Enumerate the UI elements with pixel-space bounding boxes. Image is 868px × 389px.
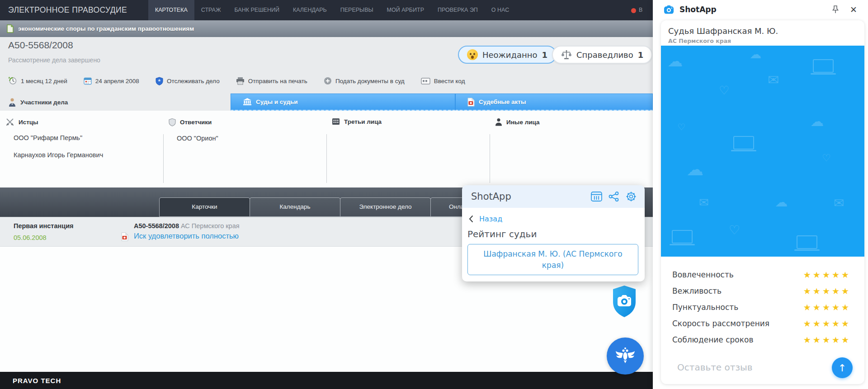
shotapp-panel: ShotApp ✕ Судья Шафранская М. Ю. АС Перм… [653,0,868,389]
column-third-parties: Третьи лица [326,111,490,187]
column-title: Истцы [19,119,38,126]
participant-name[interactable]: Карнаухов Игорь Германович [14,151,163,159]
table-columns-icon[interactable] [591,192,602,202]
track-case-label: Отслеживать дело [167,78,220,84]
scales-icon [561,50,572,60]
reaction-fair-button[interactable]: Справедливо 1 [552,46,652,64]
cloud-doodle-icon [750,47,761,61]
instance-case-number: А50-5568/2008 [134,222,179,230]
tab-courts[interactable]: Суды и судьи [231,94,455,111]
popup-header: ShotApp [462,185,645,208]
double-eagle-icon [615,346,636,366]
column-other-persons: Иные лица [490,111,653,187]
case-category-label: экономические споры по гражданским право… [18,25,194,32]
submit-documents-label: Подать документы в суд [335,78,405,84]
nav-menu-item[interactable]: ПРОВЕРКА ЭП [431,0,485,20]
pdf-icon[interactable] [121,232,128,241]
site-logo[interactable]: ЭЛЕКТРОННОЕ ПРАВОСУДИЕ [8,0,127,20]
nav-menu-item[interactable]: КАЛЕНДАРЬ [286,0,334,20]
participant-name[interactable]: ООО "Орион" [177,135,326,142]
case-view-tab[interactable]: Календарь [250,197,340,217]
track-case-button[interactable]: Отслеживать дело [156,77,220,85]
rating-stars[interactable]: ★★★★★ [803,319,851,328]
decision-link[interactable]: Иск удовлетворить полностью [134,232,239,240]
rating-label: Вежливость [672,286,722,295]
shield-gray-icon [169,118,176,127]
judge-card: Судья Шафранская М. Ю. АС Пермского края [661,20,864,384]
heart-doodle-icon [719,84,729,97]
reaction-count: 1 [638,50,644,60]
close-icon[interactable]: ✕ [850,5,857,14]
case-view-tab[interactable]: Карточки [159,197,250,217]
footer-logo[interactable]: PRAVO TECH [13,377,61,384]
pin-icon[interactable] [832,5,839,14]
enter-code-button[interactable]: Ввести код [421,78,465,84]
ratings-list: Вовлеченность ★★★★★ Вежливость ★★★★★ Пун… [661,267,864,348]
heart-doodle-icon [729,223,740,238]
pdf-icon [467,98,475,107]
rating-label: Пунктуальность [672,303,738,312]
nav-clipped-item[interactable]: В [639,0,642,20]
case-actions-row: 1 месяц 12 дней 24 апреля 2008 Отслежива… [8,75,465,87]
rating-label: Соблюдение сроков [672,335,753,344]
rating-stars[interactable]: ★★★★★ [803,270,851,280]
feedback-row: Оставьте отзыв ↑ [661,354,864,383]
print-button[interactable]: Отправить на печать [236,77,307,85]
popup-title: ShotApp [471,191,511,202]
cloud-doodle-icon [667,52,683,70]
judge-court: АС Пермского края [668,37,864,44]
case-duration: 1 месяц 12 дней [8,76,67,85]
participant-name[interactable]: ООО "Рифарм Пермь" [14,134,163,141]
nav-menu-item[interactable]: МОЙ АРБИТР [380,0,431,20]
printer-icon [236,77,245,85]
surprised-emoji-icon [467,49,478,60]
rating-row: Вежливость ★★★★★ [661,283,864,299]
grid-calendar-icon [332,118,340,125]
nav-menu-item[interactable]: СТРАЖ [194,0,228,20]
courthouse-icon [243,98,252,106]
rating-label: Вовлеченность [672,270,734,279]
gear-icon[interactable] [626,191,637,202]
nav-menu-item[interactable]: ПЕРЕРЫВЫ [334,0,380,20]
tab-acts-label: Судебные акты [479,98,526,105]
rating-stars[interactable]: ★★★★★ [803,302,851,312]
print-label: Отправить на печать [248,78,307,84]
rating-stars[interactable]: ★★★★★ [803,335,851,345]
calendar-icon [84,77,92,85]
shield-track-icon [156,77,163,85]
instance-court: АС Пермского края [181,222,240,230]
rating-row: Скорость рассмотрения ★★★★★ [661,315,864,332]
submit-documents-button[interactable]: Подать документы в суд [324,77,405,85]
back-button[interactable]: Назад [469,215,502,223]
envelope-doodle-icon [834,196,844,211]
nav-menu-item[interactable]: КАРТОТЕКА [148,0,194,20]
reaction-label: Неожиданно [482,50,538,60]
judge-option-button[interactable]: Шафранская М. Ю. (АС Пермского края) [467,244,638,275]
reaction-unexpected-button[interactable]: Неожиданно 1 [458,46,557,64]
submit-feedback-button[interactable]: ↑ [832,357,853,378]
enter-code-label: Ввести код [434,78,465,84]
feedback-input[interactable]: Оставьте отзыв [677,362,753,373]
column-title: Ответчики [180,119,212,126]
participants-section: Истцы ООО "Рифарм Пермь"Карнаухов Игорь … [0,111,653,187]
case-status: Рассмотрение дела завершено [8,56,100,64]
nav-menu-item[interactable]: БАНК РЕШЕНИЙ [227,0,286,20]
judge-name: Судья Шафранская М. Ю. [668,26,864,36]
tab-acts[interactable]: Судебные акты [455,94,653,111]
coat-of-arms-badge[interactable] [607,337,644,375]
cloud-doodle-icon [686,159,703,179]
envelope-doodle-icon [699,196,709,209]
rating-label: Скорость рассмотрения [672,319,769,328]
case-view-tab[interactable]: Электронное дело [340,197,431,217]
share-icon[interactable] [609,192,619,202]
judge-photo-placeholder [661,46,864,257]
rating-stars[interactable]: ★★★★★ [803,286,851,296]
case-date-label: 24 апреля 2008 [95,78,139,84]
instance-case: А50-5568/2008 АС Пермского края [134,222,240,230]
tab-participants[interactable]: Участники дела [0,94,231,111]
crossed-swords-icon [5,118,14,126]
nav-menu-item[interactable]: О НАС [485,0,516,20]
laptop-doodle-icon [672,230,693,244]
column-defendants: Ответчики ООО "Орион" [163,111,326,187]
shotapp-shield-badge[interactable] [611,285,637,321]
